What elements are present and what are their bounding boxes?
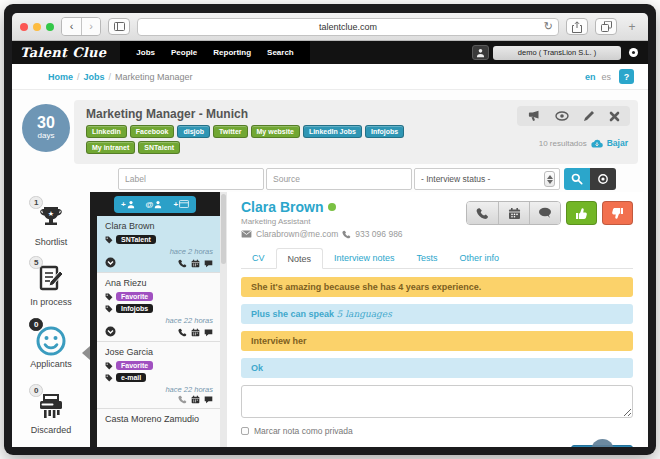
save-button[interactable]: Guardar: [571, 445, 633, 447]
select-stepper-icon: [544, 171, 555, 187]
call-button[interactable]: [467, 202, 498, 224]
pencil-icon[interactable]: [583, 110, 595, 122]
minimize-window-button[interactable]: [33, 23, 41, 31]
language-en[interactable]: en: [585, 72, 596, 82]
search-button[interactable]: [564, 168, 590, 190]
private-note-checkbox[interactable]: [241, 427, 249, 435]
menu-item-jobs[interactable]: Jobs: [136, 48, 155, 57]
channel-tag[interactable]: My intranet: [86, 141, 135, 154]
days-remaining-badge: 30 days: [22, 104, 70, 152]
contact-action-group: [466, 201, 561, 225]
download-link[interactable]: Bajar: [607, 138, 628, 148]
close-icon[interactable]: [609, 111, 620, 122]
source-filter-input[interactable]: [266, 168, 412, 190]
chat-icon[interactable]: [204, 328, 213, 337]
candidate-name: Jose Garcia: [105, 347, 213, 357]
message-button[interactable]: [529, 202, 560, 224]
phone-icon[interactable]: [178, 328, 187, 337]
refresh-icon[interactable]: ↻: [544, 20, 553, 33]
download-cloud-icon[interactable]: [591, 139, 603, 148]
url-text: talentclue.com: [319, 22, 377, 32]
mention-candidate-button[interactable]: @: [146, 200, 163, 209]
interview-status-select[interactable]: - Interview status -: [414, 168, 560, 190]
megaphone-icon[interactable]: [527, 110, 541, 122]
candidate-list-scrollbar[interactable]: [220, 192, 227, 447]
breadcrumb-jobs[interactable]: Jobs: [84, 72, 105, 82]
channel-tag[interactable]: Facebook: [130, 125, 175, 138]
channel-tag[interactable]: Linkedin: [86, 125, 127, 138]
back-button[interactable]: ‹: [62, 18, 81, 35]
add-candidate-button[interactable]: +: [121, 200, 135, 209]
calendar-icon[interactable]: [191, 259, 200, 268]
settings-icon[interactable]: [629, 48, 638, 57]
eye-icon[interactable]: [555, 111, 569, 121]
channel-tag[interactable]: Infojobs: [365, 125, 404, 138]
thumbs-down-button[interactable]: [602, 201, 633, 225]
menu-item-people[interactable]: People: [171, 48, 197, 57]
close-window-button[interactable]: [20, 23, 28, 31]
channel-tag[interactable]: Twitter: [213, 125, 247, 138]
app-navbar: Talent Clue Jobs People Reporting Search…: [12, 41, 648, 64]
tab-cv[interactable]: CV: [241, 248, 276, 269]
calendar-icon[interactable]: [191, 395, 200, 404]
candidate-row-casta-moreno[interactable]: Casta Moreno Zamudio: [97, 409, 220, 447]
chat-icon: [538, 207, 552, 219]
account-selector[interactable]: demo ( TransLion S.L. ): [493, 46, 621, 60]
add-to-list-button[interactable]: +: [173, 200, 189, 209]
envelope-icon: [241, 230, 252, 238]
candidate-row-ana-riezu[interactable]: Ana Riezu Favorite Infojobs hace 22 hora…: [97, 273, 220, 342]
chat-icon[interactable]: [204, 395, 213, 404]
sidebar-toggle-button[interactable]: [108, 18, 130, 35]
traffic-lights: [20, 23, 54, 31]
expand-circle-icon[interactable]: [105, 326, 116, 337]
tabs-overview-button[interactable]: [595, 18, 617, 35]
menu-item-reporting[interactable]: Reporting: [213, 48, 251, 57]
forward-button[interactable]: ›: [81, 18, 100, 35]
tag-icon: [105, 305, 113, 313]
breadcrumb: Home / Jobs / Marketing Manager en es ?: [12, 64, 648, 90]
tag-icon: [105, 374, 113, 382]
schedule-button[interactable]: [498, 202, 529, 224]
stage-shortlist[interactable]: 1 ★ Shortlist: [12, 200, 90, 260]
stage-discarded[interactable]: 0 Discarded: [12, 388, 90, 447]
stage-applicants[interactable]: 0 Applicants: [12, 322, 90, 382]
candidate-time: hace 2 horas: [105, 247, 213, 256]
detail-tabs: CV Notes Interview notes Tests Other inf…: [241, 247, 633, 269]
menu-item-search[interactable]: Search: [267, 48, 294, 57]
user-button[interactable]: [472, 45, 489, 60]
new-tab-button[interactable]: +: [624, 18, 640, 35]
visibility-options-button[interactable]: [590, 168, 616, 190]
phone-icon[interactable]: [178, 395, 187, 404]
filter-row: - Interview status -: [118, 168, 616, 190]
person-icon: [476, 48, 485, 58]
tab-tests[interactable]: Tests: [406, 248, 449, 269]
share-button[interactable]: [566, 18, 588, 35]
tab-notes[interactable]: Notes: [276, 248, 324, 269]
candidate-row-jose-garcia[interactable]: Jose Garcia Favorite e-mail hace 22 hora…: [97, 342, 220, 409]
thumbs-up-button[interactable]: [566, 201, 597, 225]
channel-tag[interactable]: My website: [251, 125, 300, 138]
language-es[interactable]: es: [601, 72, 611, 82]
stage-label: In process: [30, 297, 72, 307]
tab-interview-notes[interactable]: Interview notes: [323, 248, 406, 269]
new-note-textarea[interactable]: [241, 385, 633, 418]
candidate-list-panel: + @ + Clara Brown SNTalent hace 2 horas: [90, 192, 220, 447]
candidate-row-clara-brown[interactable]: Clara Brown SNTalent hace 2 horas: [97, 216, 220, 273]
channel-tag[interactable]: LinkedIn Jobs: [303, 125, 362, 138]
chat-icon[interactable]: [204, 259, 213, 268]
stage-in-process[interactable]: 5 In process: [12, 260, 90, 320]
help-button[interactable]: ?: [619, 69, 634, 84]
channel-tag[interactable]: disjob: [177, 125, 210, 138]
phone-icon[interactable]: [178, 259, 187, 268]
address-bar[interactable]: talentclue.com ↻: [137, 18, 559, 36]
expand-circle-icon[interactable]: [105, 257, 116, 268]
tab-other-info[interactable]: Other info: [449, 248, 511, 269]
breadcrumb-home[interactable]: Home: [48, 72, 73, 82]
zoom-window-button[interactable]: [46, 23, 54, 31]
card-icon: [179, 200, 189, 208]
label-filter-input[interactable]: [118, 168, 264, 190]
channel-tag[interactable]: SNTalent: [138, 141, 180, 154]
selected-stage-arrow: [82, 346, 90, 360]
calendar-icon[interactable]: [191, 328, 200, 337]
svg-text:★: ★: [48, 210, 54, 217]
